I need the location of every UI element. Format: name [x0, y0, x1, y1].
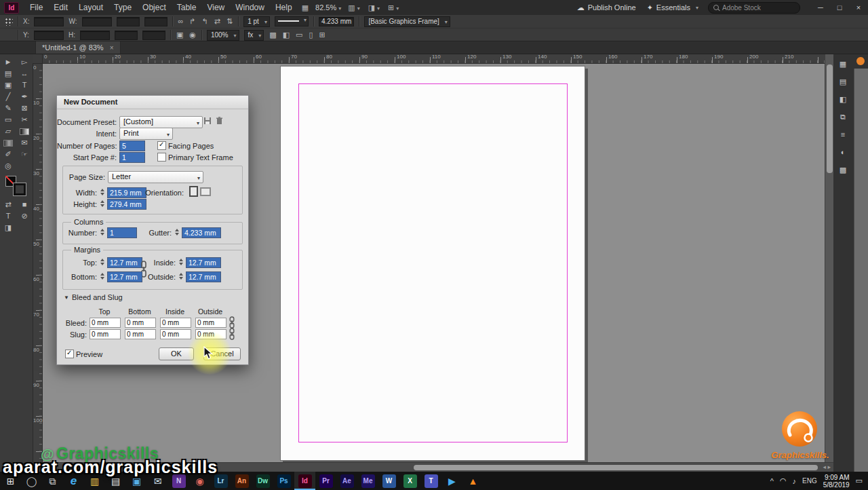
menu-item[interactable]: View — [201, 3, 230, 12]
columns-number-field[interactable]: 1 — [107, 227, 137, 238]
rotate-90-ccw-icon[interactable]: ↰ — [201, 17, 209, 26]
menu-item[interactable]: Edit — [48, 3, 73, 12]
language-indicator[interactable]: ENG — [802, 477, 817, 485]
margin-top-stepper[interactable] — [99, 257, 105, 267]
arrange-documents-icon[interactable]: ⊞ — [384, 3, 403, 12]
color-panel-icon[interactable]: ◐ — [836, 146, 850, 158]
premiere-icon[interactable]: Pr — [315, 472, 336, 490]
vertical-scrollbar-thumb[interactable] — [827, 64, 833, 173]
rotation-field[interactable] — [144, 17, 167, 26]
apply-none-icon[interactable]: ⊘ — [16, 210, 33, 222]
stroke-panel-icon[interactable]: ≡ — [836, 128, 850, 140]
link-slug-icon[interactable] — [229, 328, 235, 341]
portrait-orientation-icon[interactable] — [189, 186, 198, 197]
stroke-type-dropdown[interactable] — [275, 16, 309, 26]
select-container-icon[interactable]: ▣ — [176, 31, 184, 39]
number-of-pages-field[interactable]: 5 — [119, 140, 145, 151]
select-content-icon[interactable]: ◉ — [189, 31, 197, 39]
media-player-icon[interactable]: ▶ — [441, 472, 462, 490]
columns-number-stepper[interactable] — [99, 227, 105, 238]
save-preset-icon[interactable] — [203, 117, 212, 126]
tab-close-icon[interactable]: × — [110, 44, 114, 52]
stock-search-input[interactable]: Adobe Stock — [708, 2, 800, 14]
volume-icon[interactable]: ♪ — [792, 477, 796, 485]
bleed-value-field[interactable]: 0 mm — [160, 318, 191, 328]
width-field[interactable] — [82, 17, 112, 26]
flip-horizontal-icon[interactable]: ⇄ — [214, 17, 221, 26]
menu-item[interactable]: Window — [230, 3, 270, 12]
pencil-tool-icon[interactable]: ✎ — [0, 102, 16, 114]
menu-item[interactable]: Help — [270, 3, 298, 12]
menu-item[interactable]: Type — [108, 3, 137, 12]
scroll-arrows[interactable]: ◂ ▸ — [823, 464, 831, 470]
gutter-field[interactable]: 4.233 mm — [182, 227, 221, 238]
delete-preset-icon[interactable] — [216, 117, 223, 126]
margin-outside-stepper[interactable] — [178, 271, 184, 282]
vertical-scrollbar[interactable] — [825, 54, 834, 462]
formatting-container-icon[interactable]: ■ — [16, 199, 33, 210]
height-field[interactable]: 279.4 mm — [107, 199, 146, 210]
gutter-value-field[interactable]: 4.233 mm — [319, 17, 354, 26]
publish-online-button[interactable]: ☁ Publish Online — [577, 3, 636, 12]
selection-tool-icon[interactable]: ► — [0, 56, 16, 68]
note-tool-icon[interactable]: ✉ — [16, 137, 33, 149]
pen-tool-icon[interactable]: ✒ — [16, 91, 33, 102]
intent-dropdown[interactable]: Print — [119, 128, 173, 140]
ruler-origin-corner[interactable] — [33, 54, 43, 64]
view-mode-icon[interactable]: ◨ — [0, 222, 16, 233]
y-position-field[interactable] — [34, 31, 64, 40]
landscape-orientation-icon[interactable] — [200, 187, 211, 196]
constrain-proportions-icon[interactable]: ∞ — [178, 17, 184, 26]
opacity-dropdown[interactable]: 100% — [207, 30, 239, 41]
formatting-text-icon[interactable]: T — [0, 210, 16, 222]
x-position-field[interactable] — [34, 17, 64, 26]
vertical-ruler[interactable]: 0102030405060708090100 — [33, 63, 43, 462]
slug-value-field[interactable]: 0 mm — [125, 329, 156, 339]
animate-icon[interactable]: An — [231, 472, 252, 490]
teams-icon[interactable]: T — [420, 472, 441, 490]
vlc-player-icon[interactable]: ▲ — [462, 472, 484, 490]
shear-field[interactable] — [142, 31, 165, 40]
swatches-panel-icon[interactable]: ▩ — [836, 164, 850, 176]
horizontal-ruler[interactable]: 0102030405060708090100110120130140150160… — [42, 54, 825, 64]
word-icon[interactable]: W — [378, 472, 399, 490]
facing-pages-checkbox[interactable] — [157, 141, 166, 150]
direct-selection-tool-icon[interactable]: ▻ — [16, 56, 33, 68]
line-tool-icon[interactable]: ╱ — [0, 91, 16, 102]
hand-tool-icon[interactable]: ☞ — [16, 149, 33, 160]
bleed-slug-disclosure-icon[interactable]: ▼ — [64, 295, 69, 301]
page-tool-icon[interactable]: ▤ — [0, 68, 16, 79]
gradient-swatch-tool-icon[interactable] — [16, 126, 33, 137]
gutter-stepper[interactable] — [174, 227, 180, 238]
width-field[interactable]: 215.9 mm — [107, 187, 146, 198]
menu-item[interactable]: Object — [137, 3, 172, 12]
eyedropper-tool-icon[interactable]: ✐ — [0, 149, 16, 160]
start-page-field[interactable]: 1 — [119, 152, 145, 163]
height-field[interactable] — [80, 31, 110, 40]
type-tool-icon[interactable]: T — [16, 79, 33, 91]
media-encoder-icon[interactable]: Me — [357, 472, 378, 490]
gradient-feather-tool-icon[interactable] — [0, 137, 16, 149]
page-size-dropdown[interactable]: Letter — [108, 171, 203, 183]
indesign-icon[interactable]: Id — [294, 472, 315, 490]
effects-dropdown[interactable]: fx — [244, 30, 264, 41]
bleed-value-field[interactable]: 0 mm — [195, 318, 226, 328]
flip-vertical-icon[interactable]: ⇅ — [226, 17, 233, 26]
margin-outside-field[interactable]: 12.7 mm — [186, 271, 221, 282]
wrap-around-icon[interactable]: ▯ — [309, 31, 314, 39]
swap-fill-stroke-icon[interactable]: ⇄ — [0, 199, 16, 210]
menu-item[interactable]: Table — [172, 3, 202, 12]
pages-panel-icon[interactable]: ▤ — [836, 75, 850, 88]
margin-bottom-stepper[interactable] — [99, 271, 105, 282]
margin-inside-stepper[interactable] — [178, 257, 184, 267]
screen-mode-icon[interactable]: ◨ — [364, 3, 384, 12]
drop-shadow-icon[interactable]: ▩ — [269, 31, 277, 39]
scale-x-field[interactable] — [117, 17, 140, 26]
margin-inside-field[interactable]: 12.7 mm — [186, 257, 221, 268]
tray-expand-icon[interactable]: ^ — [770, 477, 774, 485]
margin-top-field[interactable]: 12.7 mm — [107, 257, 142, 268]
cc-sync-icon[interactable] — [856, 57, 865, 65]
free-transform-tool-icon[interactable]: ▱ — [0, 126, 16, 137]
slug-value-field[interactable]: 0 mm — [160, 329, 191, 339]
cc-libraries-panel-icon[interactable]: ▦ — [836, 58, 850, 70]
